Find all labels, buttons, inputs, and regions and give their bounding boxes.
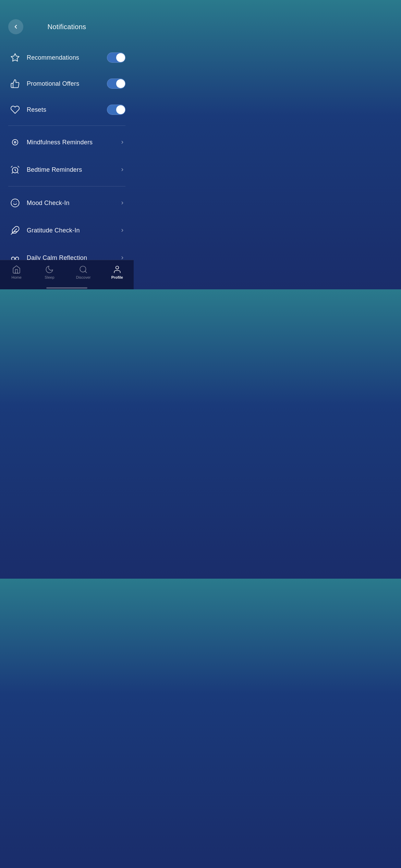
checkin-section: Mood Check-In Gratitude Check-In [0, 189, 134, 260]
svg-point-13 [116, 266, 119, 269]
page-title: Notifications [23, 23, 110, 31]
nav-item-sleep[interactable]: Sleep [37, 264, 61, 281]
screen: Notifications Recommendations [0, 0, 134, 289]
circle-icon [8, 135, 22, 149]
gratitude-checkin-row[interactable]: Gratitude Check-In [8, 217, 125, 244]
sleep-nav-label: Sleep [45, 275, 54, 279]
home-nav-label: Home [11, 275, 21, 279]
mindfulness-reminders-row[interactable]: Mindfulness Reminders [8, 129, 125, 156]
resets-label: Resets [27, 106, 107, 113]
nav-item-home[interactable]: Home [4, 264, 28, 281]
mood-checkin-label: Mood Check-In [27, 200, 119, 207]
star-icon [8, 51, 22, 64]
thumbs-up-icon [8, 77, 22, 91]
promotional-offers-row: Promotional Offers [8, 71, 125, 97]
resets-toggle[interactable] [107, 105, 125, 115]
smiley-icon [8, 196, 22, 210]
svg-point-1 [12, 140, 18, 145]
mood-checkin-row[interactable]: Mood Check-In [8, 189, 125, 217]
divider-2 [8, 186, 125, 186]
svg-point-2 [14, 142, 16, 143]
content-area: Recommendations Promotional Offers [0, 41, 134, 260]
svg-point-4 [11, 199, 19, 207]
bedtime-reminders-row[interactable]: Bedtime Reminders [8, 156, 125, 183]
bottom-nav: Home Sleep Discover Profile [0, 260, 134, 288]
promotional-offers-toggle[interactable] [107, 79, 125, 89]
heart-icon [8, 103, 22, 117]
daily-calm-label: Daily Calm Reflection [27, 254, 119, 260]
recommendations-row: Recommendations [8, 45, 125, 71]
back-button[interactable] [8, 19, 23, 34]
home-icon [12, 265, 21, 274]
alarm-icon [8, 163, 22, 177]
sleep-icon [45, 265, 54, 274]
svg-marker-0 [11, 53, 19, 61]
chevron-right-icon [119, 139, 125, 145]
reminders-section: Mindfulness Reminders [0, 129, 134, 183]
profile-nav-label: Profile [111, 275, 123, 279]
home-indicator [0, 288, 134, 289]
chevron-right-icon [119, 200, 125, 206]
mindfulness-reminders-label: Mindfulness Reminders [27, 139, 119, 146]
discover-nav-label: Discover [76, 275, 91, 279]
promotional-offers-label: Promotional Offers [27, 80, 107, 87]
divider-1 [8, 125, 125, 126]
daily-calm-row[interactable]: Daily Calm Reflection [8, 244, 125, 260]
chevron-right-icon [119, 227, 125, 233]
feather-icon [8, 224, 22, 237]
gratitude-checkin-label: Gratitude Check-In [27, 227, 119, 234]
chevron-right-icon [119, 255, 125, 260]
profile-icon [113, 265, 122, 274]
header: Notifications [0, 0, 134, 41]
recommendations-toggle[interactable] [107, 52, 125, 63]
nav-item-discover[interactable]: Discover [71, 264, 96, 281]
svg-line-12 [85, 271, 87, 273]
toggle-section: Recommendations Promotional Offers [0, 45, 134, 123]
nav-item-profile[interactable]: Profile [105, 264, 129, 281]
discover-icon [79, 265, 88, 274]
resets-row: Resets [8, 97, 125, 123]
glasses-icon [8, 251, 22, 260]
chevron-right-icon [119, 167, 125, 173]
home-indicator-bar [46, 287, 87, 289]
recommendations-label: Recommendations [27, 54, 107, 61]
bedtime-reminders-label: Bedtime Reminders [27, 166, 119, 173]
